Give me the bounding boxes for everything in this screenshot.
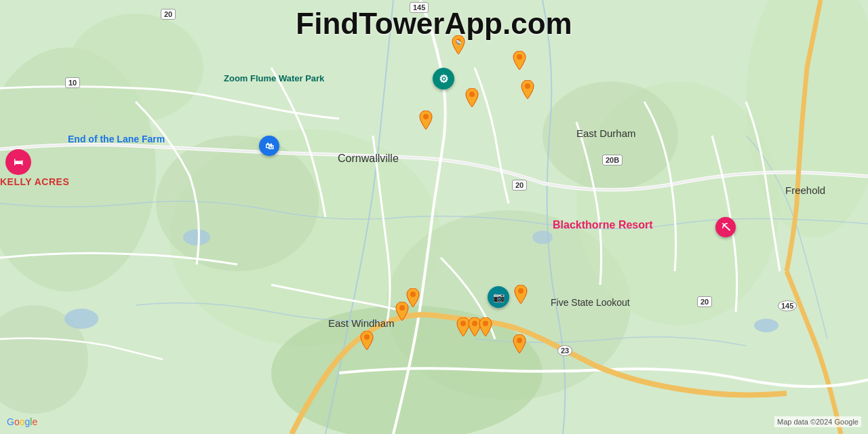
svg-point-10 [542,81,678,190]
svg-point-21 [518,288,524,294]
route-20-badge-right: 20 [697,296,712,307]
svg-point-12 [64,309,98,329]
route-10-badge: 10 [65,77,80,88]
tower-marker-12[interactable] [478,317,493,336]
google-branding: Google [7,416,37,427]
svg-point-20 [423,114,429,119]
route-20-badge-mid: 20 [512,180,527,191]
svg-point-25 [460,321,466,326]
shopping-marker[interactable]: 🛍 [259,136,279,156]
tower-marker-2[interactable] [512,51,527,70]
svg-point-9 [156,136,319,271]
svg-point-27 [483,321,488,326]
map-background [0,0,868,434]
svg-point-18 [525,83,530,89]
svg-point-19 [469,92,475,97]
svg-point-23 [399,305,405,311]
svg-point-17 [517,54,522,60]
kelly-acres-label: KELLY ACRES [0,176,69,187]
svg-point-24 [364,334,370,340]
svg-point-2 [68,14,203,122]
camera-marker[interactable]: 📷 [488,286,509,308]
svg-point-14 [532,231,553,244]
blackthorne-marker[interactable]: ⛏ [715,217,736,237]
zoom-flume-marker[interactable]: ⚙ [433,68,454,90]
svg-point-13 [754,319,778,332]
svg-point-28 [517,338,522,343]
svg-point-22 [410,292,416,297]
map-copyright: Map data ©2024 Google [774,416,861,427]
tower-marker-13[interactable] [512,334,527,353]
site-title: FindTowerApp.com [296,7,572,41]
tower-marker-8[interactable] [395,302,410,321]
map-container: FindTowerApp.com Zoom Flume Water Park C… [0,0,868,434]
tower-marker-6[interactable] [513,285,528,304]
route-20-badge-top: 20 [161,9,176,20]
svg-point-11 [183,229,210,245]
tower-marker-4[interactable] [465,88,479,107]
tower-marker-5[interactable] [418,111,433,130]
route-20b-badge: 20B [602,155,623,165]
svg-point-26 [472,321,477,326]
tower-marker-3[interactable] [520,80,535,99]
kelly-acres-marker[interactable]: 🛏 [5,149,31,175]
tower-marker-9[interactable] [359,331,374,350]
